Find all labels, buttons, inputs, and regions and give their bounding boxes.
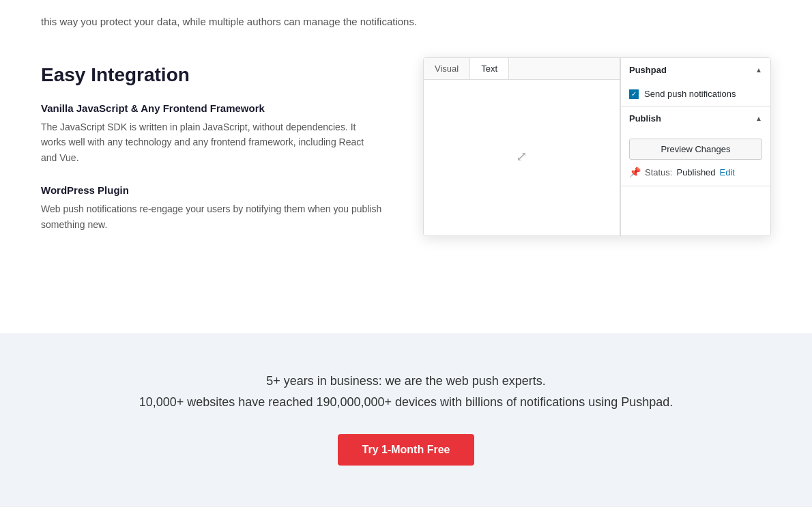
feature-desc-vanilla: The JavaScript SDK is written in plain J…	[41, 119, 382, 165]
publish-section: Publish ▲ Preview Changes 📌 Status: Publ…	[621, 106, 770, 186]
stats-line2: 10,000+ websites have reached 190,000,00…	[41, 395, 771, 410]
stats-section: 5+ years in business: we are the web pus…	[0, 333, 812, 506]
wp-tabs: Visual Text	[424, 58, 620, 80]
pushpad-section: Pushpad ▲ ✓ Send push notifications	[621, 58, 770, 106]
push-notification-label: Send push notifications	[644, 89, 736, 99]
section-right: Visual Text ⤢	[423, 57, 771, 236]
push-notification-row: ✓ Send push notifications	[629, 89, 762, 99]
tab-text[interactable]: Text	[470, 58, 509, 79]
publish-section-header[interactable]: Publish ▲	[621, 106, 770, 130]
pushpad-section-header[interactable]: Pushpad ▲	[621, 58, 770, 82]
expand-icon: ⤢	[516, 148, 527, 165]
publish-toggle-icon: ▲	[755, 115, 762, 122]
preview-changes-button[interactable]: Preview Changes	[629, 139, 762, 160]
feature-block-wordpress: WordPress Plugin Web push notifications …	[41, 184, 382, 232]
wp-mockup: Visual Text ⤢	[423, 57, 771, 236]
stats-line1: 5+ years in business: we are the web pus…	[41, 374, 771, 388]
publish-title: Publish	[629, 113, 661, 124]
publish-section-body: Preview Changes 📌 Status: Published Edit	[621, 130, 770, 186]
section-left: Easy Integration Vanilla JavaScript & An…	[41, 57, 382, 251]
feature-title-wordpress: WordPress Plugin	[41, 184, 382, 196]
pushpad-title: Pushpad	[629, 65, 667, 75]
top-partial-text: this way you protect your data, while mu…	[0, 0, 812, 30]
wp-editor-body: ⤢	[424, 80, 620, 233]
status-row: 📌 Status: Published Edit	[629, 167, 762, 177]
status-label: Status:	[645, 167, 672, 177]
wp-mockup-inner: Visual Text ⤢	[424, 58, 770, 235]
pushpad-toggle-icon: ▲	[755, 66, 762, 74]
feature-block-vanilla: Vanilla JavaScript & Any Frontend Framew…	[41, 102, 382, 165]
status-edit-link[interactable]: Edit	[720, 167, 735, 177]
footer: ©2022 AbstractBrain srls P. IVA: 0251692…	[0, 506, 812, 514]
status-value: Published	[676, 167, 715, 177]
section-title: Easy Integration	[41, 64, 382, 86]
checkbox-check-icon: ✓	[631, 91, 637, 98]
status-pin-icon: 📌	[629, 167, 641, 177]
feature-desc-wordpress: Web push notifications re-engage your us…	[41, 201, 382, 232]
feature-title-vanilla: Vanilla JavaScript & Any Frontend Framew…	[41, 102, 382, 114]
wp-editor-area: Visual Text ⤢	[424, 58, 620, 235]
top-text: this way you protect your data, while mu…	[41, 16, 417, 27]
cta-button[interactable]: Try 1-Month Free	[338, 434, 475, 466]
main-content: Easy Integration Vanilla JavaScript & An…	[0, 30, 812, 333]
wp-sidebar: Pushpad ▲ ✓ Send push notifications	[620, 58, 770, 235]
pushpad-section-body: ✓ Send push notifications	[621, 82, 770, 106]
tab-visual[interactable]: Visual	[424, 58, 470, 79]
easy-integration-section: Easy Integration Vanilla JavaScript & An…	[41, 30, 771, 292]
push-notification-checkbox[interactable]: ✓	[629, 89, 639, 99]
